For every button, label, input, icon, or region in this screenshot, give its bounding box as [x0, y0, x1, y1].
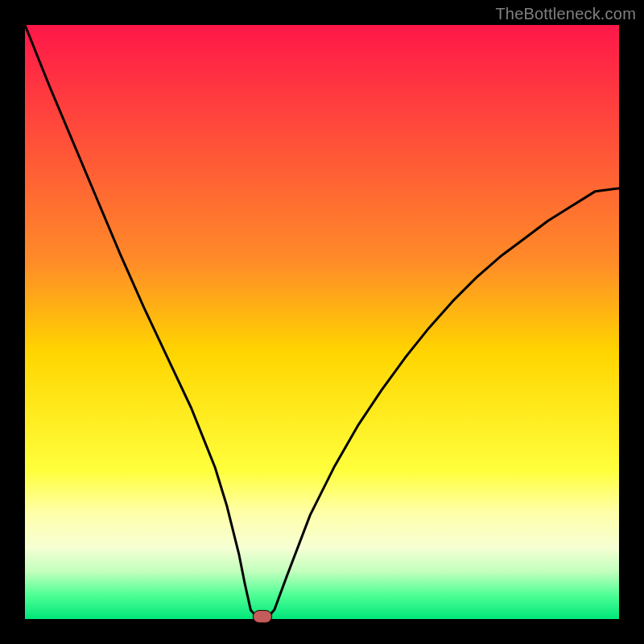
plot-area	[25, 25, 619, 619]
curve-svg	[25, 25, 619, 619]
watermark-text: TheBottleneck.com	[495, 5, 636, 23]
optimum-marker	[253, 610, 272, 623]
chart-frame: TheBottleneck.com	[0, 0, 644, 644]
bottleneck-curve	[25, 25, 619, 617]
